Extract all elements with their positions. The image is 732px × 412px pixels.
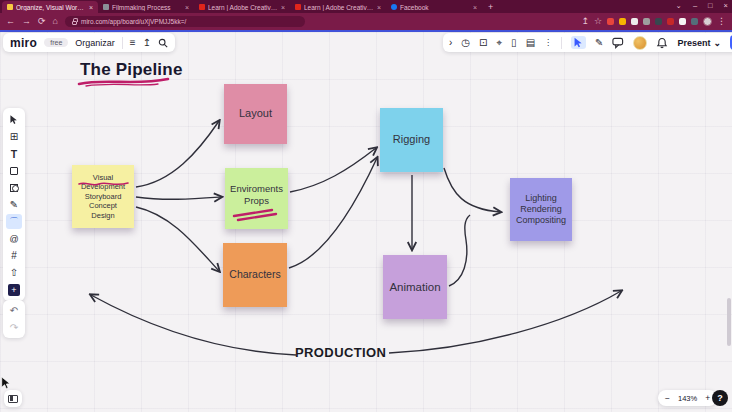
tab-title: Learn | Adobe Creative Cloud	[304, 4, 374, 11]
production-label[interactable]: PRODUCTION	[295, 345, 386, 360]
comment-tool[interactable]: @	[6, 231, 22, 246]
sticky-note-tool[interactable]	[6, 163, 22, 178]
tool-sidebar: ⊞ T ✎ ⌒ @ # ⇧ +	[3, 108, 25, 301]
browser-nav-bar: ← → ⟳ ⌂ miro.com/app/board/uXjVPMJJ5kk=/…	[0, 13, 732, 30]
tab-title: Filmmaking Process	[112, 4, 182, 11]
notifications-bell-icon[interactable]	[656, 37, 668, 49]
more-tools-icon[interactable]: ⋮	[544, 39, 552, 47]
miro-favicon-icon	[7, 4, 13, 10]
search-icon[interactable]	[158, 38, 168, 48]
miro-logo[interactable]: miro	[10, 36, 37, 50]
tab-miro-board[interactable]: Organize, Visual Workspace fo ×	[2, 1, 98, 13]
extension-icon[interactable]	[619, 18, 626, 25]
sticky-note-visual-development[interactable]: Visual Development Storyboard Concept De…	[72, 165, 134, 228]
main-menu-icon[interactable]: ≡	[130, 38, 136, 48]
back-icon[interactable]: ←	[6, 17, 15, 26]
extension-icon[interactable]	[679, 18, 686, 25]
user-avatar[interactable]	[633, 36, 647, 50]
comments-icon[interactable]	[612, 37, 624, 49]
help-button[interactable]: ?	[712, 390, 728, 406]
app-toolbar-left: miro free Organizar ≡ ↥	[3, 33, 175, 52]
tab-close-icon[interactable]: ×	[281, 4, 285, 11]
tab-close-icon[interactable]: ×	[185, 4, 189, 11]
chevron-down-icon: ⌄	[714, 38, 722, 48]
minimize-icon[interactable]: –	[693, 1, 697, 10]
sticky-note-rigging[interactable]: Rigging	[380, 108, 443, 172]
zoom-level[interactable]: 143%	[678, 394, 697, 403]
window-controls: ⌄ – □ ×	[676, 1, 728, 10]
forward-icon[interactable]: →	[22, 17, 31, 26]
maximize-icon[interactable]: □	[708, 1, 713, 10]
add-apps-button[interactable]: +	[6, 282, 22, 297]
tab-close-icon[interactable]: ×	[89, 4, 93, 11]
zoom-in-button[interactable]: +	[705, 393, 710, 403]
extension-icon[interactable]	[631, 18, 638, 25]
board-canvas[interactable]: The Pipeline	[0, 32, 732, 412]
templates-tool[interactable]: ⊞	[6, 129, 22, 144]
bookmark-star-icon[interactable]: ☆	[594, 17, 602, 26]
undo-button[interactable]: ↶	[6, 303, 22, 318]
extension-icon[interactable]	[607, 18, 614, 25]
sticky-note-text: Characters	[229, 268, 280, 281]
sticky-note-text: Enviroments Props	[230, 183, 283, 207]
browser-profile-avatar[interactable]	[703, 17, 712, 26]
new-tab-button[interactable]: +	[488, 2, 493, 12]
tab-close-icon[interactable]: ×	[473, 4, 477, 11]
address-bar[interactable]: miro.com/app/board/uXjVPMJJ5kk=/	[65, 16, 305, 27]
tab-filmmaking-process[interactable]: Filmmaking Process ×	[98, 1, 194, 13]
sticky-note-animation[interactable]: Animation	[383, 255, 447, 319]
magic-pen-icon[interactable]: ✎	[595, 38, 603, 48]
sticky-note-lighting-rendering-compositing[interactable]: Lighting Rendering Compositing	[510, 178, 572, 241]
sticky-note-environments-props[interactable]: Enviroments Props	[225, 168, 288, 229]
present-dropdown[interactable]: Present ⌄	[677, 38, 721, 48]
follow-cursor-icon[interactable]	[571, 36, 586, 49]
browser-menu-icon[interactable]: ⋮	[717, 17, 726, 26]
focus-mode-icon[interactable]: ⌖	[496, 38, 502, 48]
home-icon[interactable]: ⌂	[53, 17, 58, 26]
shapes-icon	[10, 184, 19, 192]
url-text: miro.com/app/board/uXjVPMJJ5kk=/	[81, 18, 186, 25]
tab-adobe-learn-2[interactable]: Learn | Adobe Creative Cloud ×	[290, 1, 386, 13]
extension-icon[interactable]	[691, 18, 698, 25]
vertical-scrollbar[interactable]	[727, 298, 731, 346]
sticky-note-layout[interactable]: Layout	[224, 84, 287, 144]
zoom-out-button[interactable]: −	[665, 393, 670, 403]
collapse-chevron-icon[interactable]: ›	[449, 38, 452, 48]
timer-icon[interactable]: ◷	[461, 38, 470, 48]
extension-icon[interactable]	[655, 18, 662, 25]
reload-icon[interactable]: ⟳	[38, 17, 46, 26]
pen-tool[interactable]: ✎	[6, 197, 22, 212]
shapes-tool[interactable]	[6, 180, 22, 195]
sticky-note-text: Lighting Rendering Compositing	[516, 193, 566, 227]
lock-icon	[72, 21, 77, 25]
board-title-text[interactable]: The Pipeline	[80, 60, 183, 80]
cards-icon[interactable]: ▯	[511, 38, 517, 48]
window-menu-icon[interactable]: ⌄	[676, 1, 682, 10]
browser-tab-strip: Organize, Visual Workspace fo × Filmmaki…	[0, 0, 732, 13]
redo-button[interactable]: ↷	[6, 320, 22, 335]
close-icon[interactable]: ×	[724, 1, 728, 10]
sticky-note-text: Layout	[239, 107, 272, 121]
upload-tool[interactable]: ⇧	[6, 265, 22, 280]
screen-share-icon[interactable]: ⊡	[479, 38, 487, 48]
text-tool[interactable]: T	[6, 146, 22, 161]
plus-icon: +	[8, 284, 20, 296]
connector-tool[interactable]: ⌒	[6, 214, 22, 229]
notes-panel-icon[interactable]: ▤	[526, 38, 535, 48]
extension-icon[interactable]	[667, 18, 674, 25]
tab-adobe-learn-1[interactable]: Learn | Adobe Creative Cloud ×	[194, 1, 290, 13]
undo-redo-bar: ↶ ↷	[3, 300, 25, 338]
sticky-note-text: Animation	[389, 280, 440, 294]
tab-close-icon[interactable]: ×	[377, 4, 381, 11]
extension-icon[interactable]	[643, 18, 650, 25]
zoom-controls: − 143% +	[658, 390, 717, 406]
board-name[interactable]: Organizar	[75, 38, 115, 48]
tab-facebook[interactable]: Facebook ×	[386, 1, 482, 13]
mouse-pointer-icon	[0, 376, 12, 390]
frames-panel-button[interactable]	[4, 390, 22, 407]
sticky-note-characters[interactable]: Characters	[223, 243, 287, 307]
frame-tool[interactable]: #	[6, 248, 22, 263]
select-tool[interactable]	[6, 112, 22, 127]
share-page-icon[interactable]: ↥	[581, 17, 589, 26]
export-icon[interactable]: ↥	[143, 38, 151, 48]
